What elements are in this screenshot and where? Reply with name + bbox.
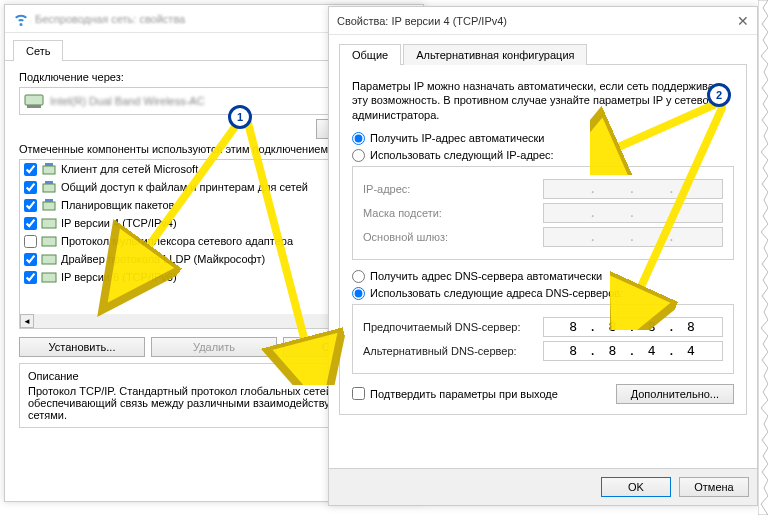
gateway-field: . . . <box>543 227 723 247</box>
pref-dns-label: Предпочитаемый DNS-сервер: <box>363 321 543 333</box>
ip-address-label: IP-адрес: <box>363 183 543 195</box>
nic-icon <box>41 252 57 266</box>
ip-group: IP-адрес:. . . Маска подсети:. . . Основ… <box>352 166 734 260</box>
svg-rect-0 <box>25 95 43 105</box>
svg-rect-7 <box>45 199 53 202</box>
item-checkbox[interactable] <box>24 235 37 248</box>
nic-icon <box>41 180 57 194</box>
nic-icon <box>41 234 57 248</box>
nic-icon <box>24 93 44 109</box>
alt-dns-label: Альтернативный DNS-сервер: <box>363 345 543 357</box>
item-checkbox[interactable] <box>24 199 37 212</box>
svg-rect-4 <box>43 184 55 192</box>
advanced-button[interactable]: Дополнительно... <box>616 384 734 404</box>
window-title-1: Беспроводная сеть: свойства <box>35 13 185 25</box>
scroll-left-icon[interactable]: ◄ <box>20 314 34 328</box>
svg-rect-10 <box>42 255 56 264</box>
install-button[interactable]: Установить... <box>19 337 145 357</box>
item-checkbox[interactable] <box>24 217 37 230</box>
gateway-label: Основной шлюз: <box>363 231 543 243</box>
radio-manual-ip[interactable]: Использовать следующий IP-адрес: <box>352 149 734 162</box>
tab-alt-config[interactable]: Альтернативная конфигурация <box>403 44 587 65</box>
ok-button[interactable]: OK <box>601 477 671 497</box>
wifi-icon <box>13 11 29 27</box>
svg-rect-5 <box>45 181 53 184</box>
alt-dns-field[interactable]: 8 . 8 . 4 . 4 <box>543 341 723 361</box>
annotation-marker-1: 1 <box>228 105 252 129</box>
nic-icon <box>41 198 57 212</box>
svg-rect-6 <box>43 202 55 210</box>
tab-network[interactable]: Сеть <box>13 40 63 61</box>
annotation-marker-2: 2 <box>707 83 731 107</box>
window-title-2: Свойства: IP версии 4 (TCP/IPv4) <box>337 15 507 27</box>
nic-icon <box>41 216 57 230</box>
validate-checkbox-row[interactable]: Подтвердить параметры при выходе <box>352 387 558 400</box>
svg-rect-1 <box>27 105 41 108</box>
dialog-footer: OK Отмена <box>329 468 757 505</box>
info-paragraph: Параметры IP можно назначать автоматичес… <box>352 79 734 122</box>
pref-dns-field[interactable]: 8 . 8 . 8 . 8 <box>543 317 723 337</box>
list-item-label: Общий доступ к файлам и принтерам для се… <box>61 181 308 193</box>
jagged-edge <box>758 0 768 515</box>
nic-icon <box>41 162 57 176</box>
list-item-label: Планировщик пакетов <box>61 199 174 211</box>
tab-general[interactable]: Общие <box>339 44 401 65</box>
svg-rect-9 <box>42 237 56 246</box>
mask-field: . . . <box>543 203 723 223</box>
svg-rect-8 <box>42 219 56 228</box>
adapter-name: Intel(R) Dual Band Wireless-AC <box>50 95 205 107</box>
radio-auto-dns[interactable]: Получить адрес DNS-сервера автоматически <box>352 270 734 283</box>
ip-address-field: . . . <box>543 179 723 199</box>
list-item-label: Протокол мультиплексора сетевого адаптер… <box>61 235 293 247</box>
tabs-2: Общие Альтернативная конфигурация <box>339 43 747 65</box>
list-item-label: Клиент для сетей Microsoft <box>61 163 198 175</box>
ipv4-properties-window: Свойства: IP версии 4 (TCP/IPv4) ✕ Общие… <box>328 6 758 506</box>
list-item-label: Драйвер протокола LLDP (Майкрософт) <box>61 253 265 265</box>
item-checkbox[interactable] <box>24 163 37 176</box>
remove-button[interactable]: Удалить <box>151 337 277 357</box>
svg-rect-3 <box>45 163 53 166</box>
tab-content: Параметры IP можно назначать автоматичес… <box>339 65 747 415</box>
mask-label: Маска подсети: <box>363 207 543 219</box>
list-item-label: IP версии 6 (TCP/IPv6) <box>61 271 177 283</box>
item-checkbox[interactable] <box>24 253 37 266</box>
item-checkbox[interactable] <box>24 181 37 194</box>
cancel-button[interactable]: Отмена <box>679 477 749 497</box>
titlebar-2: Свойства: IP версии 4 (TCP/IPv4) ✕ <box>329 7 757 35</box>
item-checkbox[interactable] <box>24 271 37 284</box>
svg-rect-2 <box>43 166 55 174</box>
dns-group: Предпочитаемый DNS-сервер:8 . 8 . 8 . 8 … <box>352 304 734 374</box>
radio-manual-dns[interactable]: Использовать следующие адреса DNS-сервер… <box>352 287 734 300</box>
list-item-label: IP версии 4 (TCP/IPv4) <box>61 217 177 229</box>
radio-auto-ip[interactable]: Получить IP-адрес автоматически <box>352 132 734 145</box>
nic-icon <box>41 270 57 284</box>
svg-rect-11 <box>42 273 56 282</box>
close-icon[interactable]: ✕ <box>737 13 749 29</box>
